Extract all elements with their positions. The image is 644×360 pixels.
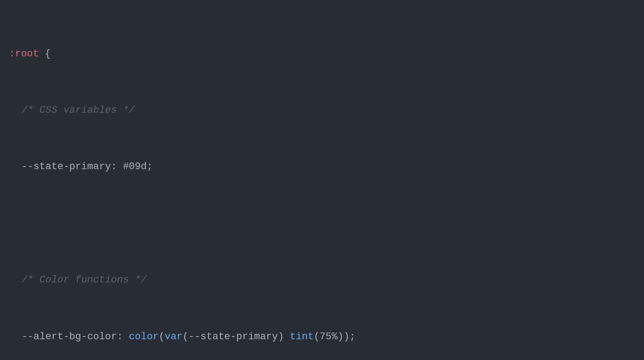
paren: )) [337,331,349,342]
semicolon: ; [147,161,153,172]
css-selector: :root [9,48,39,60]
colon: : [117,331,129,342]
css-arg: --state-primary [188,331,278,342]
css-property: --state-primary [22,161,111,172]
paren: ( [314,331,320,342]
code-line: /* CSS variables */ [9,101,635,120]
code-line: /* Color functions */ [9,271,635,290]
css-function: tint [290,331,314,342]
css-comment: /* CSS variables */ [22,105,135,116]
paren: ( [159,331,164,342]
colon: : [111,161,123,172]
css-value: #09d [123,161,147,172]
css-function: var [165,331,183,342]
css-function: color [129,331,159,342]
css-arg: 75% [320,331,338,342]
code-line: --state-primary: #09d; [9,157,635,176]
paren: ) [278,331,289,342]
paren: ( [182,331,188,342]
brace: { [39,48,51,60]
css-property: --alert-bg-color [22,331,117,342]
blank-line [9,214,635,233]
code-line: --alert-bg-color: color(var(--state-prim… [9,328,635,346]
css-comment: /* Color functions */ [22,274,147,286]
semicolon: ; [350,331,355,342]
code-line: :root { [9,45,635,64]
code-editor[interactable]: :root { /* CSS variables */ --state-prim… [9,7,635,360]
